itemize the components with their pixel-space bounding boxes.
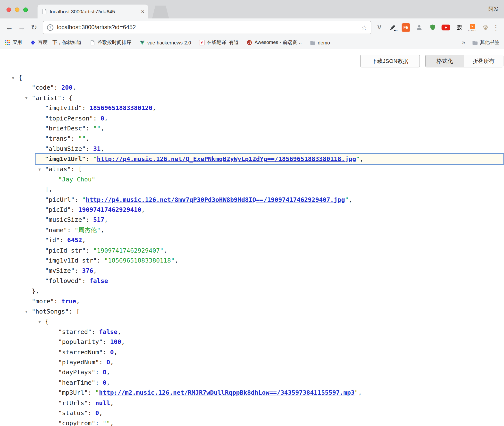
json-token-k: "rtUrls" [58, 399, 88, 406]
vimium-extension-icon[interactable]: V [374, 22, 385, 33]
browser-tab[interactable]: localhost:3000/artists?id=645 × [38, 5, 148, 18]
json-token-p: , [86, 135, 89, 142]
reload-button[interactable]: ↻ [28, 23, 40, 32]
json-token-k: "albumSize" [45, 145, 86, 152]
fehelper-extension-icon[interactable]: FE [400, 22, 411, 33]
json-token-n: true [61, 298, 76, 305]
paw-extension-icon[interactable] [480, 22, 491, 33]
json-line: ▼"alias": [ [0, 164, 504, 174]
back-button[interactable]: ← [3, 23, 16, 32]
json-url-link[interactable]: http://m2.music.126.net/RMJR7wDullRqppBk… [99, 389, 354, 396]
json-token-p: : [60, 237, 67, 244]
json-token-p: , [114, 348, 118, 355]
json-token-p: , [93, 267, 97, 274]
window-minimize-button[interactable] [15, 8, 19, 12]
profile-name[interactable]: 阿发 [488, 0, 499, 18]
json-line-content: "name": "周杰伦", [45, 225, 504, 235]
bookmark-item-google-sort[interactable]: 谷歌按时间排序 [90, 40, 131, 46]
bookmark-item-apps[interactable]: 应用 [5, 40, 22, 46]
json-token-p: }, [32, 287, 39, 294]
json-gutter: ▼ [0, 316, 45, 327]
baidu-paw-icon [30, 40, 36, 45]
json-token-n: 0 [110, 348, 114, 355]
collapse-arrow-icon[interactable]: ▼ [38, 167, 41, 172]
shield-extension-icon[interactable] [427, 22, 438, 33]
json-token-q: " [354, 389, 358, 396]
json-token-k: "musicSize" [45, 216, 86, 223]
json-line: "albumSize": 31, [0, 144, 504, 154]
json-token-p: , [152, 104, 156, 111]
json-token-p: : [99, 358, 107, 366]
bookmark-label: 应用 [12, 40, 22, 46]
json-line: "mvSize": 376, [0, 266, 504, 276]
json-line-content: "status": 0, [58, 408, 504, 418]
browser-menu-icon[interactable]: ⋮ [491, 24, 501, 31]
bookmark-star-icon[interactable]: ☆ [361, 24, 367, 31]
collapse-all-button[interactable]: 折叠所有 [464, 55, 504, 67]
forward-button[interactable]: → [16, 23, 28, 32]
translate-pen-extension-icon[interactable]: en [387, 22, 398, 33]
json-token-p: : [88, 399, 95, 406]
json-token-p: : { [61, 94, 73, 101]
json-token-k: "code" [32, 84, 54, 91]
collapse-arrow-icon[interactable]: ▼ [38, 320, 41, 324]
site-info-icon[interactable]: i [47, 24, 53, 31]
json-token-p: : [86, 216, 93, 223]
bookmarks-overflow-chevron[interactable]: » [462, 39, 465, 46]
json-token-k: "id" [45, 237, 60, 244]
json-url-link[interactable]: http://p4.music.126.net/8mv7qP30Pd3oHW8b… [86, 196, 345, 203]
bookmark-item-baidu[interactable]: 百度一下，你就知道 [30, 40, 82, 46]
json-line: ▼"hotSongs": [ [0, 306, 504, 316]
json-token-p: , [141, 206, 145, 213]
format-button[interactable]: 格式化 [425, 55, 464, 67]
json-line-content: "artist": { [32, 93, 504, 103]
extension-icons: V en FE PLAYER [374, 22, 491, 33]
json-line: "img1v1Id": 18569651883380120, [0, 103, 504, 113]
player-extension-icon[interactable]: PLAYER [467, 22, 478, 33]
window-close-button[interactable] [7, 8, 11, 12]
youtube-extension-icon[interactable] [440, 22, 451, 33]
json-line: "topicPerson": 0, [0, 113, 504, 123]
json-line: "rtUrls": null, [0, 398, 504, 408]
json-line-content: { [45, 316, 504, 327]
json-token-n: 0 [103, 379, 106, 386]
json-line: "popularity": 100, [0, 337, 504, 347]
collapse-arrow-icon[interactable]: ▼ [25, 96, 28, 101]
json-token-p: , [101, 145, 104, 152]
bookmark-item-demo[interactable]: demo [310, 40, 330, 45]
collapse-arrow-icon[interactable]: ▼ [12, 76, 14, 80]
json-line: ▼{ [0, 316, 504, 327]
json-token-p: : [103, 348, 110, 355]
json-token-p: , [349, 196, 352, 203]
tab-close-icon[interactable]: × [141, 9, 144, 14]
page-favicon-icon [42, 9, 47, 14]
json-token-s: "Jay Chou" [58, 176, 95, 183]
bookmark-item-awesomes[interactable]: A Awesomes - 前端资… [247, 40, 302, 46]
json-token-p: , [104, 216, 108, 223]
new-tab-button[interactable] [152, 6, 169, 18]
json-token-k: "hotSongs" [32, 308, 69, 315]
bookmark-item-vue-hackernews[interactable]: vue-hackernews-2.0 [140, 40, 191, 45]
paw-icon [482, 24, 489, 31]
json-line: "img1v1Url": "http://p4.music.126.net/Q_… [0, 154, 504, 164]
json-url-link[interactable]: http://p4.music.126.net/Q_ExePNkmqB2yWyL… [97, 155, 356, 162]
json-token-p: , [106, 369, 110, 376]
address-bar[interactable]: i localhost:3000/artists?id=6452 ☆ [43, 21, 371, 34]
json-line-content: "copyFrom": "", [58, 418, 504, 426]
json-token-n: 517 [93, 216, 104, 223]
json-token-p: : [71, 206, 78, 213]
bookmark-item-youdao[interactable]: Y 在线翻译_有道 [199, 40, 239, 46]
json-line: "more": true, [0, 296, 504, 306]
json-token-k: "copyFrom" [58, 419, 95, 426]
other-bookmarks-folder[interactable]: 其他书签 [472, 40, 499, 46]
json-token-p: : [ [71, 165, 82, 172]
qrcode-extension-icon[interactable] [454, 22, 464, 33]
json-token-n: 31 [93, 145, 101, 152]
json-line: "copyFrom": "", [0, 418, 504, 426]
json-token-p: ], [45, 186, 52, 193]
collapse-arrow-icon[interactable]: ▼ [25, 309, 28, 314]
download-json-button[interactable]: 下载JSON数据 [360, 55, 420, 67]
user-extension-icon[interactable] [414, 22, 425, 33]
window-zoom-button[interactable] [23, 8, 28, 12]
json-line: "mp3Url": "http://m2.music.126.net/RMJR7… [0, 388, 504, 398]
